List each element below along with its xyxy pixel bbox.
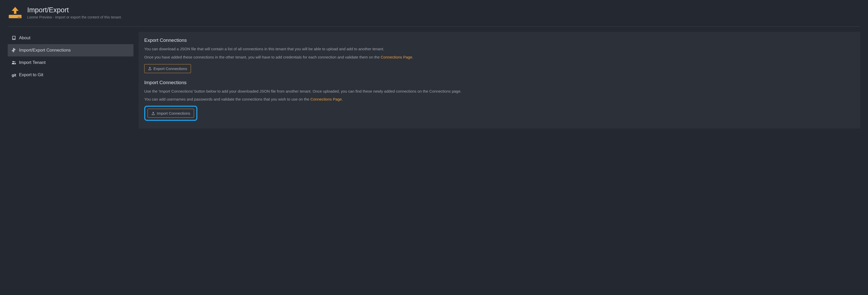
download-small-icon <box>151 111 155 115</box>
connections-page-link[interactable]: Connections Page <box>381 55 412 59</box>
sidebar-item-import-tenant[interactable]: Import Tenant <box>8 57 133 69</box>
page-subtitle: Loome Preview - Import or export the con… <box>27 15 122 19</box>
book-icon <box>11 36 17 40</box>
upload-icon <box>8 5 23 20</box>
svg-point-2 <box>20 17 20 18</box>
sidebar-item-label: About <box>19 35 30 40</box>
sidebar-item-label: Import Tenant <box>19 60 46 65</box>
export-description-1: You can download a JSON file that will c… <box>144 46 855 52</box>
import-section: Import Connections Use the 'Import Conne… <box>144 80 855 121</box>
svg-rect-0 <box>9 15 22 18</box>
svg-point-3 <box>12 61 14 62</box>
export-heading: Export Connections <box>144 37 855 43</box>
users-icon <box>11 60 17 65</box>
content-panel: Export Connections You can download a JS… <box>138 32 860 129</box>
page-header: Import/Export Loome Preview - Import or … <box>8 5 860 27</box>
sidebar-item-about[interactable]: About <box>8 32 133 44</box>
page-title: Import/Export <box>27 6 122 14</box>
connections-page-link-2[interactable]: Connections Page <box>310 97 342 101</box>
upload-small-icon <box>148 67 152 70</box>
sidebar-item-export-git[interactable]: git Export to Git <box>8 69 133 81</box>
export-connections-button[interactable]: Export Connections <box>144 64 191 73</box>
import-description-1: Use the 'Import Connections' button belo… <box>144 89 855 94</box>
import-connections-button[interactable]: Import Connections <box>148 109 194 118</box>
import-button-highlight: Import Connections <box>144 106 197 121</box>
svg-point-1 <box>18 17 19 18</box>
sidebar-item-import-export-connections[interactable]: Import/Export Connections <box>8 44 133 57</box>
sidebar-item-label: Import/Export Connections <box>19 48 70 53</box>
plug-icon <box>11 48 17 53</box>
import-heading: Import Connections <box>144 80 855 86</box>
sidebar: About Import/Export Connections Import T… <box>8 32 133 129</box>
import-description-2: You can add usernames and passwords and … <box>144 96 855 102</box>
git-icon: git <box>11 73 17 77</box>
export-description-2: Once you have added these connections in… <box>144 54 855 60</box>
sidebar-item-label: Export to Git <box>19 72 43 77</box>
svg-point-4 <box>14 61 16 62</box>
export-section: Export Connections You can download a JS… <box>144 37 855 73</box>
